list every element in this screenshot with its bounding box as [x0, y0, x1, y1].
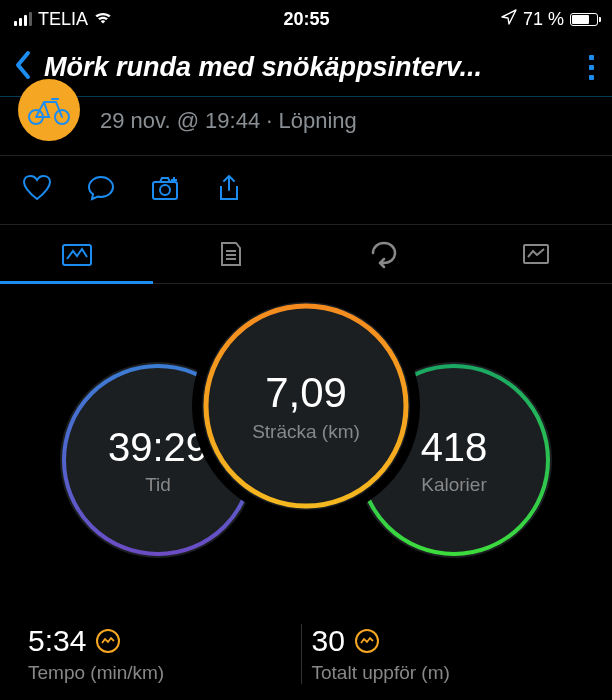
tab-laps[interactable]	[306, 225, 459, 283]
action-row	[0, 156, 612, 224]
summary-circles: 39:29 Tid 418 Kalorier 7,09 Sträcka (km)	[0, 302, 612, 600]
share-button[interactable]	[214, 174, 244, 206]
circle-distance: 7,09 Sträcka (km)	[202, 302, 410, 510]
battery-percent: 71 %	[523, 9, 564, 30]
battery-fill	[572, 15, 589, 24]
status-bar: TELIA 20:55 71 %	[0, 0, 612, 32]
like-button[interactable]	[22, 174, 52, 206]
status-left: TELIA	[14, 9, 112, 30]
signal-icon	[14, 12, 32, 26]
ascent-value: 30	[312, 624, 345, 658]
metric-icon	[355, 629, 379, 653]
tab-bar	[0, 225, 612, 284]
header: Mörk runda med snökäppsinterv...	[0, 32, 612, 96]
tab-details[interactable]	[153, 225, 306, 283]
location-icon	[501, 9, 517, 30]
tab-charts[interactable]	[459, 225, 612, 283]
bottom-stats: 5:34 Tempo (min/km) 30 Totalt uppför (m)	[0, 600, 612, 684]
page-title: Mörk runda med snökäppsinterv...	[44, 52, 573, 83]
svg-point-8	[206, 306, 406, 506]
back-button[interactable]	[14, 50, 32, 84]
activity-meta-text: 29 nov. @ 19:44 · Löpning	[100, 108, 357, 134]
battery-icon	[570, 13, 598, 26]
camera-button[interactable]	[150, 174, 180, 206]
pace-value: 5:34	[28, 624, 86, 658]
pace-label: Tempo (min/km)	[28, 662, 301, 684]
activity-meta-row: 29 nov. @ 19:44 · Löpning	[0, 97, 612, 155]
carrier-label: TELIA	[38, 9, 88, 30]
stat-pace: 5:34 Tempo (min/km)	[28, 624, 302, 684]
comment-button[interactable]	[86, 174, 116, 206]
avatar[interactable]	[18, 79, 80, 141]
stat-ascent: 30 Totalt uppför (m)	[312, 624, 585, 684]
status-time: 20:55	[283, 9, 329, 30]
tab-overview[interactable]	[0, 225, 153, 283]
status-right: 71 %	[501, 9, 598, 30]
more-button[interactable]	[585, 51, 598, 84]
wifi-icon	[94, 9, 112, 30]
svg-point-3	[160, 185, 170, 195]
activity-datetime: 29 nov. @ 19:44	[100, 108, 260, 133]
metric-icon	[96, 629, 120, 653]
activity-type: Löpning	[279, 108, 357, 133]
ascent-label: Totalt uppför (m)	[312, 662, 585, 684]
